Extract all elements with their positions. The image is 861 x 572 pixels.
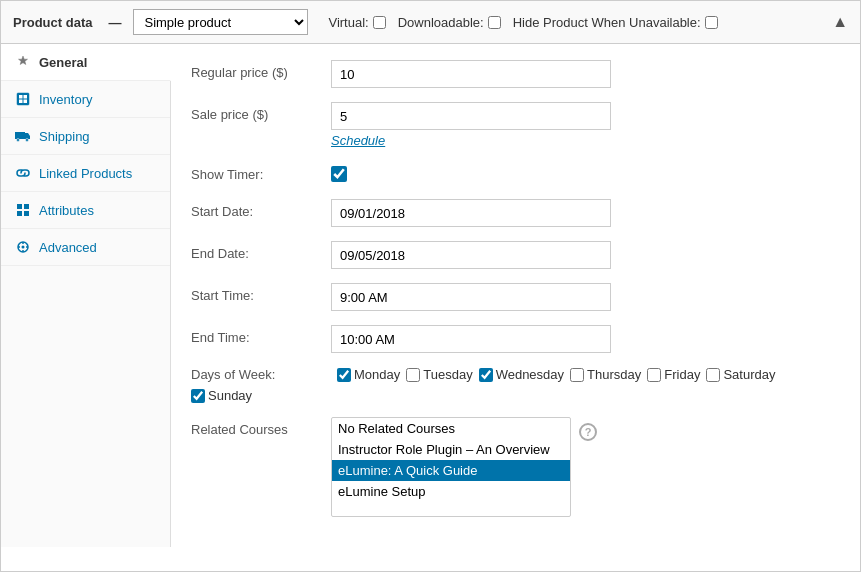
downloadable-label[interactable]: Downloadable:: [398, 15, 501, 30]
wednesday-label: Wednesday: [496, 367, 564, 382]
show-timer-label: Show Timer:: [191, 162, 331, 182]
schedule-link[interactable]: Schedule: [331, 133, 840, 148]
svg-point-13: [22, 246, 25, 249]
collapse-button[interactable]: ▲: [832, 13, 848, 31]
linked-products-icon: [15, 165, 31, 181]
friday-label: Friday: [664, 367, 700, 382]
list-item[interactable]: eLumine: A Quick Guide: [332, 460, 570, 481]
end-time-row: End Time:: [191, 325, 840, 353]
svg-rect-2: [24, 95, 28, 99]
sidebar-linked-products-label: Linked Products: [39, 166, 132, 181]
start-time-label: Start Time:: [191, 283, 331, 303]
svg-rect-10: [17, 211, 22, 216]
end-time-input[interactable]: [331, 325, 611, 353]
attributes-icon: [15, 202, 31, 218]
svg-rect-8: [17, 204, 22, 209]
thursday-label: Thursday: [587, 367, 641, 382]
sale-price-input[interactable]: [331, 102, 611, 130]
downloadable-checkbox[interactable]: [488, 16, 501, 29]
sale-price-row: Sale price ($) Schedule: [191, 102, 840, 148]
sidebar-item-shipping[interactable]: Shipping: [1, 118, 170, 155]
svg-rect-1: [19, 95, 23, 99]
sidebar-shipping-label: Shipping: [39, 129, 90, 144]
product-data-body: General Inventory: [1, 44, 860, 547]
tuesday-checkbox[interactable]: [406, 368, 420, 382]
saturday-checkbox[interactable]: [706, 368, 720, 382]
sidebar-general-label: General: [39, 55, 87, 70]
day-sunday: Sunday: [191, 388, 252, 403]
svg-rect-5: [15, 132, 25, 139]
hide-unavailable-label[interactable]: Hide Product When Unavailable:: [513, 15, 718, 30]
product-type-select[interactable]: Simple productGrouped productExternal/Af…: [133, 9, 308, 35]
sidebar-attributes-label: Attributes: [39, 203, 94, 218]
sale-price-field: Schedule: [331, 102, 840, 148]
product-data-panel: Product data — Simple productGrouped pro…: [0, 0, 861, 572]
start-time-input[interactable]: [331, 283, 611, 311]
regular-price-field: [331, 60, 840, 88]
related-courses-label: Related Courses: [191, 417, 331, 437]
sidebar-item-attributes[interactable]: Attributes: [1, 192, 170, 229]
end-date-input[interactable]: [331, 241, 611, 269]
wednesday-checkbox[interactable]: [479, 368, 493, 382]
header-options: Virtual: Downloadable: Hide Product When…: [328, 15, 717, 30]
list-item[interactable]: Instructor Role Plugin – An Overview: [332, 439, 570, 460]
days-of-week-row: Days of Week: Monday Tuesday Wednesday T…: [191, 367, 840, 403]
regular-price-row: Regular price ($): [191, 60, 840, 88]
sidebar-item-advanced[interactable]: Advanced: [1, 229, 170, 266]
header-dash: —: [108, 15, 121, 30]
shipping-icon: [15, 128, 31, 144]
related-courses-row: Related Courses No Related Courses Instr…: [191, 417, 840, 517]
svg-rect-9: [24, 204, 29, 209]
svg-point-7: [26, 139, 29, 142]
virtual-label[interactable]: Virtual:: [328, 15, 385, 30]
regular-price-input[interactable]: [331, 60, 611, 88]
sidebar-advanced-label: Advanced: [39, 240, 97, 255]
start-date-input[interactable]: [331, 199, 611, 227]
svg-rect-0: [17, 93, 29, 105]
saturday-label: Saturday: [723, 367, 775, 382]
svg-point-6: [17, 139, 20, 142]
thursday-checkbox[interactable]: [570, 368, 584, 382]
related-courses-select[interactable]: No Related Courses Instructor Role Plugi…: [331, 417, 571, 517]
hide-unavailable-checkbox[interactable]: [705, 16, 718, 29]
sidebar: General Inventory: [1, 44, 171, 547]
end-date-row: End Date:: [191, 241, 840, 269]
start-date-row: Start Date:: [191, 199, 840, 227]
start-time-field: [331, 283, 840, 311]
svg-rect-4: [24, 100, 28, 104]
product-data-header: Product data — Simple productGrouped pro…: [1, 1, 860, 44]
show-timer-checkbox[interactable]: [331, 166, 347, 182]
end-time-field: [331, 325, 840, 353]
monday-label: Monday: [354, 367, 400, 382]
help-icon[interactable]: ?: [579, 423, 597, 441]
product-data-title: Product data: [13, 15, 92, 30]
end-date-field: [331, 241, 840, 269]
sidebar-item-inventory[interactable]: Inventory: [1, 81, 170, 118]
advanced-icon: [15, 239, 31, 255]
sunday-label: Sunday: [208, 388, 252, 403]
show-timer-field: [331, 162, 840, 185]
day-thursday: Thursday: [570, 367, 641, 382]
end-date-label: End Date:: [191, 241, 331, 261]
related-courses-field: No Related Courses Instructor Role Plugi…: [331, 417, 597, 517]
friday-checkbox[interactable]: [647, 368, 661, 382]
general-icon: [15, 54, 31, 70]
regular-price-label: Regular price ($): [191, 60, 331, 80]
end-time-label: End Time:: [191, 325, 331, 345]
start-date-field: [331, 199, 840, 227]
list-item[interactable]: eLumine Setup: [332, 481, 570, 502]
monday-checkbox[interactable]: [337, 368, 351, 382]
sidebar-item-general[interactable]: General: [1, 44, 171, 81]
day-saturday: Saturday: [706, 367, 775, 382]
days-of-week-label: Days of Week:: [191, 367, 331, 382]
inventory-icon: [15, 91, 31, 107]
list-item[interactable]: No Related Courses: [332, 418, 570, 439]
day-friday: Friday: [647, 367, 700, 382]
svg-rect-3: [19, 100, 23, 104]
show-timer-row: Show Timer:: [191, 162, 840, 185]
content-area: Regular price ($) Sale price ($) Schedul…: [171, 44, 860, 547]
virtual-checkbox[interactable]: [373, 16, 386, 29]
sunday-checkbox[interactable]: [191, 389, 205, 403]
tuesday-label: Tuesday: [423, 367, 472, 382]
sidebar-item-linked-products[interactable]: Linked Products: [1, 155, 170, 192]
